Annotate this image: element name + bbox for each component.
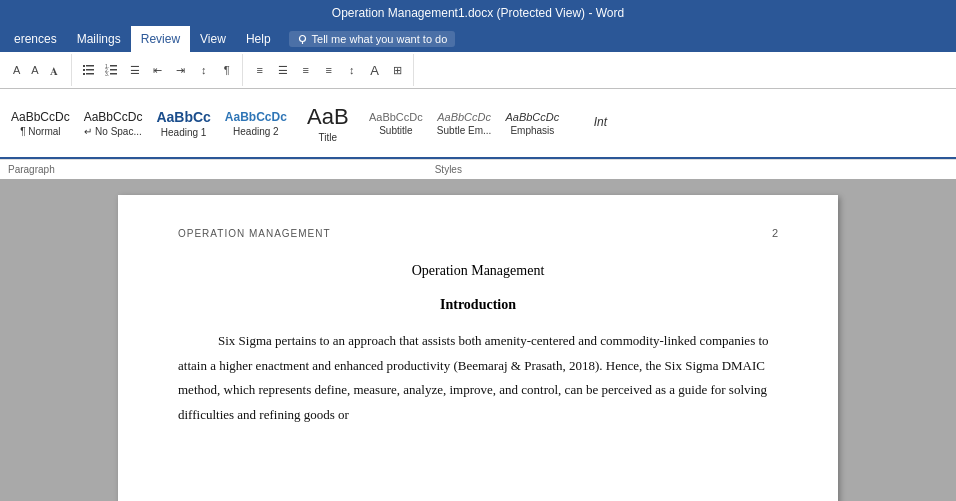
clear-format-btn[interactable]: 𝐀 (45, 59, 67, 81)
ribbon-tabs: erences Mailings Review View Help (4, 26, 281, 52)
multilevel-list-btn[interactable]: ☰ (124, 59, 146, 81)
increase-indent-btn[interactable]: ⇥ (170, 59, 192, 81)
doc-page-number: 2 (772, 227, 778, 239)
style-subtitle[interactable]: AaBbCcDc Subtitle (362, 92, 430, 154)
svg-text:𝐀: 𝐀 (50, 65, 58, 77)
doc-header: OPERATION MANAGEMENT 2 (178, 227, 778, 239)
svg-text:3.: 3. (105, 71, 109, 77)
style-emphasis[interactable]: AaBbCcDc Emphasis (498, 92, 566, 154)
numbered-list-btn[interactable]: 1. 2. 3. (101, 59, 123, 81)
numbered-list-icon: 1. 2. 3. (105, 63, 119, 77)
svg-rect-5 (83, 69, 85, 71)
show-marks-btn[interactable]: ¶ (216, 59, 238, 81)
svg-rect-6 (86, 69, 94, 71)
doc-body-text: Six Sigma pertains to an approach that a… (178, 329, 778, 428)
tab-view[interactable]: View (190, 26, 236, 52)
doc-header-title: OPERATION MANAGEMENT (178, 228, 331, 239)
toolbar-area: A A 𝐀 1. (0, 52, 956, 89)
doc-area: OPERATION MANAGEMENT 2 Operation Managem… (0, 179, 956, 501)
toolbar-row-1: A A 𝐀 1. (4, 54, 952, 86)
align-center-btn[interactable]: ☰ (272, 59, 294, 81)
tab-review[interactable]: Review (131, 26, 190, 52)
font-size-group: A A 𝐀 (4, 54, 72, 86)
title-bar: Operation Management1.docx (Protected Vi… (0, 0, 956, 26)
line-spacing-btn[interactable]: ↕ (341, 59, 363, 81)
styles-section: AaBbCcDc ¶ Normal AaBbCcDc ↵ No Spac... … (4, 92, 634, 154)
svg-rect-10 (110, 65, 117, 67)
ribbon: erences Mailings Review View Help Tell m… (0, 26, 956, 52)
align-group: ≡ ☰ ≡ ≡ ↕ A ⊞ (245, 54, 414, 86)
svg-rect-12 (110, 69, 117, 71)
justify-btn[interactable]: ≡ (318, 59, 340, 81)
font-name-btn[interactable]: A (8, 59, 25, 81)
svg-rect-14 (110, 73, 117, 75)
tab-help[interactable]: Help (236, 26, 281, 52)
style-subtle-emphasis[interactable]: AaBbCcDc Subtle Em... (430, 92, 498, 154)
tab-references[interactable]: erences (4, 26, 67, 52)
decrease-indent-btn[interactable]: ⇤ (147, 59, 169, 81)
doc-section-heading: Introduction (178, 297, 778, 313)
doc-main-title: Operation Management (178, 263, 778, 279)
sort-btn[interactable]: ↕ (193, 59, 215, 81)
bullet-list-btn[interactable] (78, 59, 100, 81)
font-size-btn[interactable]: A (26, 59, 43, 81)
align-right-btn[interactable]: ≡ (295, 59, 317, 81)
tab-mailings[interactable]: Mailings (67, 26, 131, 52)
style-heading1[interactable]: AaBbCc Heading 1 (149, 92, 217, 154)
ribbon-search[interactable]: Tell me what you want to do (289, 31, 456, 47)
style-no-space[interactable]: AaBbCcDc ↵ No Spac... (77, 92, 150, 154)
align-left-btn[interactable]: ≡ (249, 59, 271, 81)
lightbulb-icon (297, 34, 308, 45)
style-int[interactable]: Int (566, 92, 634, 154)
list-group: 1. 2. 3. ☰ ⇤ ⇥ ↕ ¶ (74, 54, 243, 86)
style-normal[interactable]: AaBbCcDc ¶ Normal (4, 92, 77, 154)
svg-rect-8 (86, 73, 94, 75)
styles-row: AaBbCcDc ¶ Normal AaBbCcDc ↵ No Spac... … (0, 89, 956, 159)
styles-label: Styles (435, 164, 462, 175)
borders-btn[interactable]: ⊞ (387, 59, 409, 81)
bottom-labels: Paragraph Styles (0, 159, 956, 179)
ribbon-search-text: Tell me what you want to do (312, 33, 448, 45)
bullet-list-icon (82, 63, 96, 77)
style-heading2[interactable]: AaBbCcDc Heading 2 (218, 92, 294, 154)
title-bar-text: Operation Management1.docx (Protected Vi… (332, 6, 624, 20)
style-title[interactable]: AaB Title (294, 92, 362, 154)
svg-point-0 (299, 35, 305, 41)
svg-rect-3 (83, 65, 85, 67)
shading-btn[interactable]: A (364, 59, 386, 81)
doc-page: OPERATION MANAGEMENT 2 Operation Managem… (118, 195, 838, 501)
svg-rect-4 (86, 65, 94, 67)
clear-format-icon: 𝐀 (49, 63, 63, 77)
paragraph-label: Paragraph (8, 164, 55, 175)
svg-rect-7 (83, 73, 85, 75)
